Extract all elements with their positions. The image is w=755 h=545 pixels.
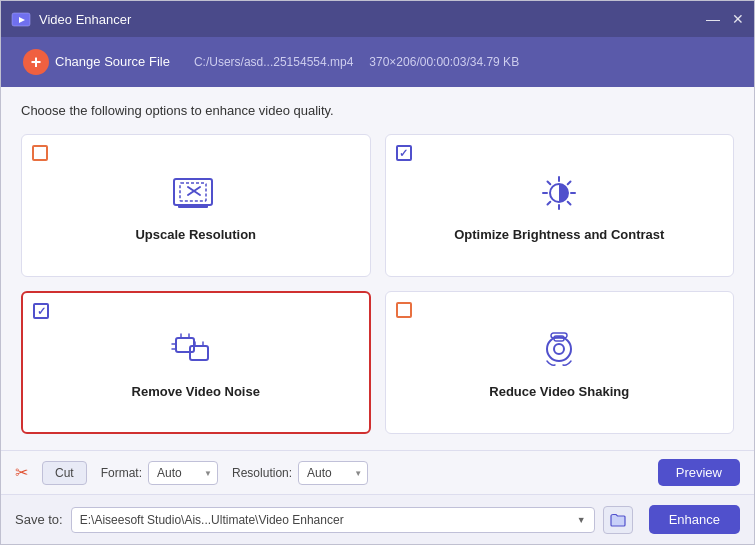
format-group: Format: Auto [101, 461, 218, 485]
instructions-text: Choose the following options to enhance … [21, 103, 734, 118]
svg-line-14 [568, 182, 571, 185]
file-info: 370×206/00:00:03/34.79 KB [369, 55, 519, 69]
noise-label: Remove Video Noise [132, 384, 260, 399]
svg-line-13 [568, 202, 571, 205]
titlebar: Video Enhancer — ✕ [1, 1, 754, 37]
brightness-checkbox[interactable] [396, 145, 414, 163]
window-controls: — ✕ [706, 11, 744, 27]
noise-icon [170, 330, 222, 376]
resolution-label: Resolution: [232, 466, 292, 480]
svg-point-25 [554, 344, 564, 354]
dropdown-arrow-icon: ▼ [577, 515, 586, 525]
enhance-button[interactable]: Enhance [649, 505, 740, 534]
svg-rect-3 [178, 205, 208, 208]
option-upscale[interactable]: Upscale Resolution [21, 134, 371, 277]
brightness-label: Optimize Brightness and Contrast [454, 227, 664, 242]
resolution-select-wrapper: Auto [298, 461, 368, 485]
svg-line-15 [548, 202, 551, 205]
brightness-icon [533, 173, 585, 219]
close-button[interactable]: ✕ [732, 11, 744, 27]
bottom-toolbar: ✂ Cut Format: Auto Resolution: Auto Prev… [1, 450, 754, 494]
scissors-icon: ✂ [15, 463, 28, 482]
change-source-label: Change Source File [55, 54, 170, 71]
format-select[interactable]: Auto [148, 461, 218, 485]
preview-button[interactable]: Preview [658, 459, 740, 486]
save-path-text: E:\Aiseesoft Studio\Ais...Ultimate\Video… [80, 513, 344, 527]
folder-button[interactable] [603, 506, 633, 534]
upscale-checkbox[interactable] [32, 145, 50, 163]
main-window: Video Enhancer — ✕ + Change Source File … [0, 0, 755, 545]
svg-rect-17 [190, 346, 208, 360]
resolution-select[interactable]: Auto [298, 461, 368, 485]
cut-button[interactable]: Cut [42, 461, 87, 485]
save-label: Save to: [15, 512, 63, 527]
format-select-wrapper: Auto [148, 461, 218, 485]
noise-checkbox[interactable] [33, 303, 51, 321]
toolbar: + Change Source File C:/Users/asd...2515… [1, 37, 754, 87]
shaking-icon [533, 330, 585, 376]
option-brightness[interactable]: Optimize Brightness and Contrast [385, 134, 735, 277]
app-title: Video Enhancer [39, 12, 706, 27]
app-icon [11, 9, 31, 29]
option-noise[interactable]: Remove Video Noise [21, 291, 371, 434]
upscale-label: Upscale Resolution [135, 227, 256, 242]
save-bar: Save to: E:\Aiseesoft Studio\Ais...Ultim… [1, 494, 754, 544]
format-label: Format: [101, 466, 142, 480]
folder-icon [610, 513, 626, 527]
shaking-checkbox[interactable] [396, 302, 414, 320]
change-source-button[interactable]: + Change Source File [15, 45, 178, 79]
shaking-label: Reduce Video Shaking [489, 384, 629, 399]
svg-rect-16 [176, 338, 194, 352]
file-path: C:/Users/asd...25154554.mp4 [194, 55, 353, 69]
svg-line-12 [548, 182, 551, 185]
resolution-group: Resolution: Auto [232, 461, 368, 485]
options-grid: Upscale Resolution [21, 134, 734, 434]
plus-icon: + [23, 49, 49, 75]
upscale-icon [170, 173, 222, 219]
main-content: Choose the following options to enhance … [1, 87, 754, 450]
save-path-box[interactable]: E:\Aiseesoft Studio\Ais...Ultimate\Video… [71, 507, 595, 533]
option-shaking[interactable]: Reduce Video Shaking [385, 291, 735, 434]
minimize-button[interactable]: — [706, 11, 720, 27]
